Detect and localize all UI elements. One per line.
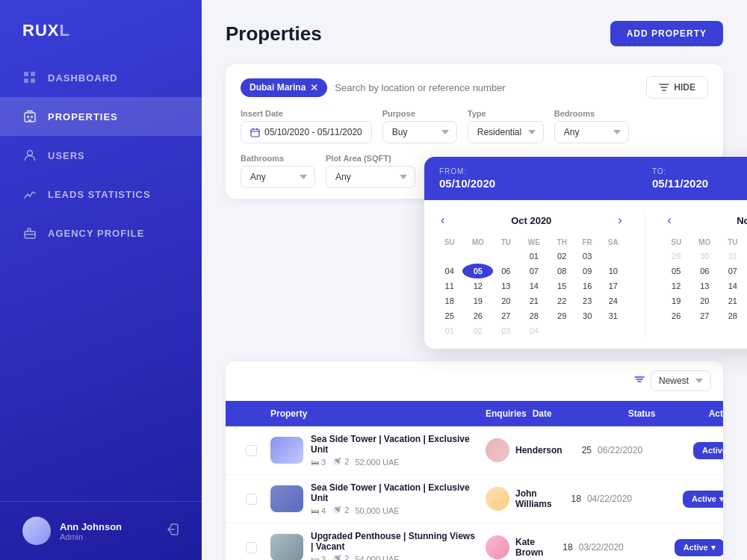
- row-checkbox[interactable]: [246, 494, 257, 505]
- row-checkbox[interactable]: [246, 542, 257, 553]
- chevron-down-icon: ▾: [719, 494, 723, 504]
- cal-day[interactable]: 24: [600, 293, 626, 308]
- cal-day[interactable]: 31: [720, 249, 746, 264]
- cal-day[interactable]: 10: [600, 264, 626, 279]
- cal-day[interactable]: 20: [689, 293, 720, 308]
- cal-day[interactable]: [462, 249, 493, 264]
- sidebar-item-properties[interactable]: PROPERTIES: [0, 97, 202, 136]
- date-range-picker[interactable]: 05/10/2020 - 05/11/2020: [241, 121, 372, 143]
- cal-day[interactable]: 28: [518, 308, 549, 323]
- bathrooms-select[interactable]: Any: [241, 166, 315, 188]
- cal-day[interactable]: 29: [663, 249, 689, 264]
- sidebar-item-agency[interactable]: AGENCY PROFILE: [0, 214, 202, 252]
- bedrooms-select[interactable]: Any: [554, 121, 629, 143]
- sidebar-item-leads[interactable]: LEADS STATISTICS: [0, 175, 202, 214]
- cal-day[interactable]: 29: [549, 308, 574, 323]
- cal-day[interactable]: 07: [720, 264, 746, 279]
- day-su: SU: [663, 236, 689, 249]
- price: 52,000 UAE: [355, 458, 399, 467]
- cal-day[interactable]: 21: [518, 293, 549, 308]
- cal-day[interactable]: 19: [462, 293, 493, 308]
- cal-day[interactable]: 26: [462, 308, 493, 323]
- price: 54,000 UAE: [355, 555, 399, 561]
- add-property-button[interactable]: ADD PROPERTY: [610, 21, 723, 46]
- table-row: Upgraded Penthouse | Stunning Views | Va…: [226, 523, 723, 560]
- cal-day[interactable]: 09: [574, 264, 600, 279]
- status-button[interactable]: Active ▾: [693, 442, 723, 459]
- cal-day[interactable]: 01: [436, 323, 462, 338]
- sidebar-item-properties-label: PROPERTIES: [48, 111, 118, 122]
- type-select[interactable]: Residential: [468, 121, 544, 143]
- cal-day[interactable]: 02: [549, 249, 574, 264]
- cal-day[interactable]: 20: [493, 293, 518, 308]
- status-button[interactable]: Active ▾: [683, 491, 723, 508]
- october-prev-btn[interactable]: ‹: [436, 212, 449, 228]
- cal-day[interactable]: 22: [549, 293, 574, 308]
- cal-day[interactable]: 02: [462, 323, 493, 338]
- status-button[interactable]: Active ▾: [675, 539, 723, 556]
- cal-day[interactable]: 15: [549, 279, 574, 293]
- cal-day[interactable]: 30: [689, 249, 720, 264]
- cal-day[interactable]: [493, 249, 518, 264]
- cal-day[interactable]: 14: [720, 279, 746, 293]
- purpose-select[interactable]: Buy: [382, 121, 457, 143]
- cal-day[interactable]: 31: [600, 308, 626, 323]
- cal-day[interactable]: 13: [493, 279, 518, 293]
- search-input[interactable]: [335, 82, 639, 93]
- october-next-btn[interactable]: ›: [613, 212, 626, 228]
- row-checkbox[interactable]: [246, 445, 257, 456]
- filter-tag-close[interactable]: ✕: [310, 82, 318, 93]
- sort-select[interactable]: Newest: [651, 370, 711, 391]
- main-content: Properties ADD PROPERTY Dubai Marina ✕ H…: [202, 0, 747, 560]
- cal-day[interactable]: 26: [663, 308, 689, 323]
- main-header: Properties ADD PROPERTY: [226, 21, 723, 46]
- cal-day[interactable]: 04: [436, 264, 462, 279]
- svg-rect-5: [27, 116, 29, 118]
- cal-day[interactable]: 01: [518, 249, 549, 264]
- cal-day[interactable]: 07: [518, 264, 549, 279]
- cal-day[interactable]: 08: [549, 264, 574, 279]
- cal-day-selected[interactable]: 05: [462, 264, 493, 279]
- cal-day[interactable]: 27: [689, 308, 720, 323]
- cal-day[interactable]: [436, 249, 462, 264]
- filter-type: Type Residential: [468, 109, 544, 143]
- november-prev-btn[interactable]: ‹: [663, 212, 676, 228]
- cal-day[interactable]: 11: [436, 279, 462, 293]
- cal-day[interactable]: 21: [720, 293, 746, 308]
- svg-rect-0: [24, 72, 28, 76]
- cal-day[interactable]: 18: [436, 293, 462, 308]
- cal-day[interactable]: [600, 249, 626, 264]
- cal-day[interactable]: 13: [689, 279, 720, 293]
- logout-icon[interactable]: [166, 523, 179, 539]
- cal-day[interactable]: 12: [462, 279, 493, 293]
- cal-day[interactable]: 12: [663, 279, 689, 293]
- cal-day[interactable]: 14: [518, 279, 549, 293]
- cal-day[interactable]: 19: [663, 293, 689, 308]
- table-header: Property Enquiries Date Status Actions: [226, 401, 723, 426]
- agent-avatar: [486, 438, 509, 462]
- cal-day[interactable]: 05: [663, 264, 689, 279]
- cal-day[interactable]: 30: [574, 308, 600, 323]
- cal-day[interactable]: 23: [574, 293, 600, 308]
- cal-day[interactable]: 06: [689, 264, 720, 279]
- cal-day[interactable]: 03: [493, 323, 518, 338]
- sidebar-item-users[interactable]: USERS: [0, 136, 202, 175]
- price: 50,000 UAE: [355, 506, 399, 515]
- cal-day[interactable]: 16: [574, 279, 600, 293]
- plot-area-select[interactable]: Any: [326, 166, 415, 188]
- cal-day[interactable]: 25: [436, 308, 462, 323]
- sidebar-item-dashboard[interactable]: DASHBOARD: [0, 58, 202, 97]
- cal-day[interactable]: 04: [518, 323, 549, 338]
- cal-day[interactable]: 17: [600, 279, 626, 293]
- beds: 🛏 3: [311, 458, 326, 467]
- active-filter-tag[interactable]: Dubai Marina ✕: [241, 78, 327, 97]
- hide-button[interactable]: HIDE: [646, 76, 708, 99]
- sidebar-item-dashboard-label: DASHBOARD: [48, 72, 118, 84]
- cal-day[interactable]: 03: [574, 249, 600, 264]
- cal-day[interactable]: 27: [493, 308, 518, 323]
- status-cell: Active ▾: [675, 539, 723, 556]
- cal-day[interactable]: 28: [720, 308, 746, 323]
- baths: 🚿 2: [332, 457, 349, 467]
- property-meta: 🛏 3 🚿 2 54,000 UAE: [311, 554, 480, 560]
- cal-day[interactable]: 06: [493, 264, 518, 279]
